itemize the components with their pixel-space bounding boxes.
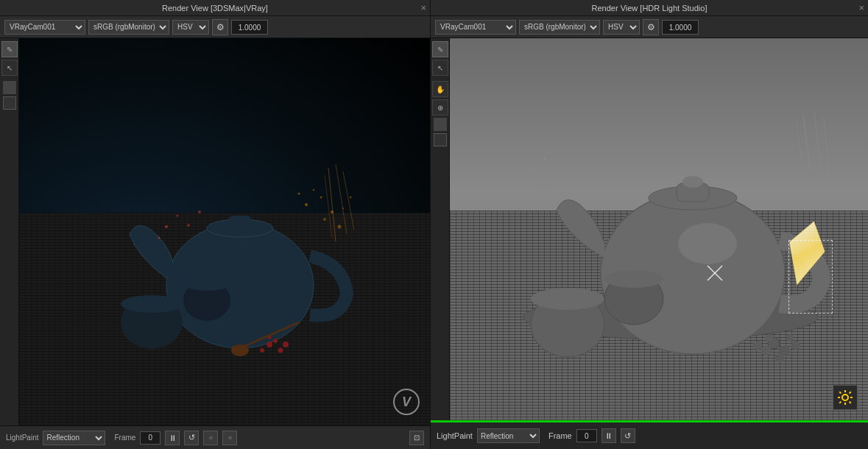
svg-point-4 (121, 295, 183, 313)
left-title-bar: Render View [3DSMax|VRay] × (0, 0, 430, 16)
right-reflection-select[interactable]: Reflection (477, 428, 540, 443)
svg-point-42 (531, 288, 604, 310)
right-toolbar: VRayCam001 sRGB (rgbMonitor) HSV ⚙ 1.000… (431, 16, 868, 38)
right-tool-hand[interactable]: ✋ (432, 81, 448, 97)
left-toolbar: VRayCam001 sRGB (rgbMonitor) HSV ⚙ 1.000… (0, 16, 430, 38)
right-pause-button[interactable]: ⏸ (601, 428, 616, 443)
left-bottom-bar: LightPaint Reflection Frame ⏸ ↺ ○ ○ ⊡ (0, 425, 430, 449)
svg-line-72 (850, 392, 851, 393)
right-camera-select[interactable]: VRayCam001 (435, 20, 516, 35)
svg-point-8 (278, 348, 283, 353)
svg-point-51 (786, 334, 794, 342)
left-close-button[interactable]: × (420, 2, 426, 13)
right-content-area: ✎ ↖ ✋ ⊕ (431, 38, 868, 420)
svg-point-59 (551, 175, 555, 180)
svg-line-69 (839, 392, 841, 393)
right-lightpaint-label: LightPaint (437, 431, 473, 440)
left-side-tools: ✎ ↖ (0, 38, 19, 425)
left-tool-draw[interactable]: ✎ (1, 41, 18, 57)
right-title-bar: Render View [HDR Light Studio] × (431, 0, 868, 16)
right-bottom-bar: LightPaint Reflection Frame ⏸ ↺ (431, 423, 868, 449)
svg-rect-2 (229, 216, 251, 230)
svg-point-28 (198, 211, 201, 213)
svg-point-9 (260, 348, 264, 353)
right-render-canvas (450, 38, 868, 420)
right-tool-zoom[interactable]: ⊕ (432, 99, 448, 116)
left-reflection-select[interactable]: Reflection (43, 431, 105, 445)
left-tool-rect1[interactable] (3, 81, 16, 94)
svg-point-22 (338, 225, 342, 229)
svg-point-64 (842, 395, 848, 400)
svg-point-6 (183, 277, 230, 291)
right-value-display: 1.0000 (662, 20, 699, 35)
svg-point-38 (678, 223, 737, 264)
svg-line-71 (839, 402, 841, 403)
svg-line-32 (325, 175, 332, 238)
right-colorspace-select[interactable]: sRGB (rgbMonitor) (519, 20, 600, 35)
left-content-area: ✎ ↖ (0, 38, 430, 425)
svg-point-58 (543, 158, 546, 161)
right-sun-icon[interactable] (833, 385, 858, 410)
svg-point-23 (350, 197, 352, 199)
right-settings-icon[interactable]: ⚙ (643, 19, 659, 35)
right-tool-draw[interactable]: ✎ (432, 41, 448, 57)
svg-point-10 (273, 339, 278, 343)
svg-point-20 (323, 218, 326, 221)
right-frame-input[interactable] (576, 429, 597, 442)
left-render-canvas: V (19, 38, 430, 425)
svg-point-21 (298, 193, 300, 195)
right-side-tools: ✎ ↖ ✋ ⊕ (431, 38, 450, 420)
left-maximize-button[interactable]: ⊡ (409, 431, 424, 445)
svg-point-37 (682, 176, 703, 188)
left-pause-button[interactable]: ⏸ (165, 431, 180, 445)
svg-line-30 (336, 164, 347, 234)
left-scene-bg: V (19, 38, 430, 425)
right-scene-bg (450, 38, 868, 420)
svg-point-61 (546, 187, 549, 191)
svg-point-27 (158, 237, 160, 239)
vray-logo: V (393, 389, 420, 415)
left-tool-rect2[interactable] (3, 96, 16, 110)
svg-point-48 (791, 341, 800, 350)
left-circle2-button[interactable]: ○ (222, 431, 237, 445)
svg-point-15 (305, 203, 308, 206)
left-camera-select[interactable]: VRayCam001 (4, 20, 85, 35)
left-circle1-button[interactable]: ○ (203, 431, 218, 445)
svg-point-18 (313, 189, 315, 191)
left-frame-label: Frame (114, 434, 135, 442)
left-value-display: 1.0000 (231, 20, 268, 35)
left-colorspace-select[interactable]: sRGB (rgbMonitor) (88, 20, 169, 35)
right-mode-select[interactable]: HSV (603, 20, 640, 35)
left-frame-input[interactable] (140, 431, 160, 445)
right-title-text: Render View [HDR Light Studio] (592, 4, 708, 13)
right-frame-label: Frame (548, 431, 572, 440)
left-tool-select[interactable]: ↖ (1, 60, 18, 76)
svg-point-47 (761, 345, 772, 356)
svg-point-50 (775, 353, 784, 362)
svg-line-70 (850, 402, 851, 403)
right-refresh-button[interactable]: ↺ (621, 428, 635, 443)
left-mode-select[interactable]: HSV (172, 20, 209, 35)
svg-point-44 (604, 270, 663, 288)
svg-line-29 (328, 168, 336, 241)
svg-point-60 (522, 180, 525, 183)
svg-point-11 (283, 342, 289, 347)
svg-point-49 (753, 341, 762, 350)
right-render-panel: Render View [HDR Light Studio] × VRayCam… (431, 0, 868, 449)
svg-line-54 (814, 113, 824, 192)
svg-point-16 (320, 197, 322, 199)
left-settings-icon[interactable]: ⚙ (212, 19, 228, 35)
right-tool-select[interactable]: ↖ (432, 60, 448, 76)
right-close-button[interactable]: × (858, 2, 864, 13)
left-lightpaint-label: LightPaint (6, 434, 38, 442)
left-render-panel: Render View [3DSMax|VRay] × VRayCam001 s… (0, 0, 431, 449)
left-refresh-button[interactable]: ↺ (184, 431, 199, 445)
svg-point-52 (766, 334, 773, 342)
svg-point-14 (231, 344, 249, 356)
left-teapot-svg (93, 146, 358, 367)
svg-point-24 (165, 225, 168, 228)
right-tool-rect1[interactable] (434, 118, 447, 131)
svg-point-7 (267, 342, 272, 347)
right-tool-rect2[interactable] (434, 133, 447, 146)
svg-point-25 (177, 215, 179, 217)
